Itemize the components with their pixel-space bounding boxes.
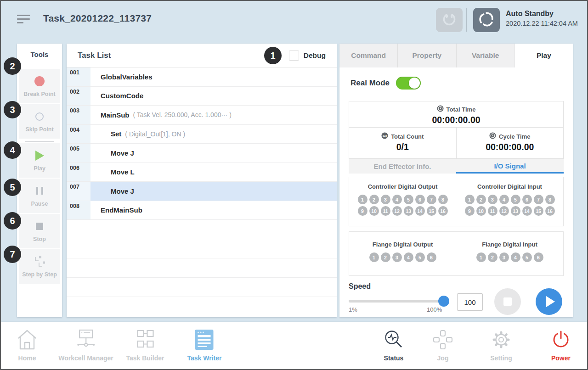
empty-task-row[interactable] xyxy=(67,278,337,297)
task-row[interactable]: 004Set( Digital_Out[1], ON ) xyxy=(67,125,337,144)
nav-item-jog[interactable]: Jog xyxy=(432,328,454,362)
io-signal-indicator[interactable]: 14 xyxy=(522,206,532,216)
io-signal-indicator[interactable]: 1 xyxy=(465,195,475,204)
debug-checkbox[interactable] xyxy=(289,50,299,61)
io-signal-indicator[interactable]: 3 xyxy=(499,252,509,262)
io-signal-indicator[interactable]: 5 xyxy=(522,252,532,262)
io-signal-indicator[interactable]: 5 xyxy=(404,195,413,204)
io-signal-indicator[interactable]: 4 xyxy=(511,252,520,262)
task-row[interactable]: 002CustomCode xyxy=(67,87,337,106)
nav-item-workcell-manager[interactable]: Workcell Manager xyxy=(58,328,113,362)
mode-status-button[interactable] xyxy=(473,8,500,32)
io-signal-indicator[interactable]: 2 xyxy=(369,195,379,204)
io-signal-indicator[interactable]: 12 xyxy=(392,206,402,216)
subtab-io-signal[interactable]: I/O Signal xyxy=(456,159,564,174)
nav-item-setting[interactable]: Setting xyxy=(490,328,512,362)
io-signal-indicator[interactable]: 1 xyxy=(358,195,368,204)
play-panel: CommandPropertyVariablePlay Real Mode To… xyxy=(339,44,573,317)
speed-slider-track[interactable] xyxy=(349,300,446,303)
tool-label: Break Point xyxy=(23,91,55,97)
io-signal-indicator[interactable]: 1 xyxy=(476,252,486,262)
empty-task-row[interactable] xyxy=(67,258,337,278)
io-signal-indicator[interactable]: 5 xyxy=(415,252,425,262)
io-signal-indicator[interactable]: 15 xyxy=(534,206,543,216)
row-body: EndMainSub xyxy=(90,201,337,220)
nav-item-task-writer[interactable]: Task Writer xyxy=(187,328,222,362)
io-signal-indicator[interactable]: 16 xyxy=(438,206,448,216)
io-signal-indicator[interactable]: 6 xyxy=(415,195,425,204)
nav-item-task-builder[interactable]: Task Builder xyxy=(126,328,164,362)
task-row[interactable]: 008EndMainSub xyxy=(67,201,337,220)
io-signal-indicator[interactable]: 12 xyxy=(499,206,509,216)
io-signal-indicator[interactable]: 4 xyxy=(392,195,402,204)
tool-break-point-button[interactable]: Break Point xyxy=(19,69,60,103)
tab-command[interactable]: Command xyxy=(339,44,397,67)
nav-label: Jog xyxy=(437,354,449,362)
io-group-label: Controller Digital Input xyxy=(456,183,563,190)
tool-stop-button[interactable]: Stop xyxy=(19,214,60,248)
task-row[interactable]: 003MainSub( Task Vel. 250.000, Acc. 1.00… xyxy=(67,106,337,125)
io-signal-indicator[interactable]: 6 xyxy=(522,195,532,204)
io-signal-indicator[interactable]: 7 xyxy=(534,195,543,204)
empty-task-row[interactable] xyxy=(67,220,337,239)
counter-icon: 123 xyxy=(381,132,388,140)
breakpoint-icon xyxy=(34,76,45,86)
io-signal-indicator[interactable]: 10 xyxy=(476,206,486,216)
io-signal-indicator[interactable]: 2 xyxy=(381,252,390,262)
debug-toggle[interactable]: Debug xyxy=(289,50,326,61)
tool-pause-button[interactable]: Pause xyxy=(19,179,60,213)
cycle-time-cell: Cycle Time 00:00:00.00 xyxy=(457,128,564,158)
task-row[interactable]: 007Move J xyxy=(67,182,337,201)
io-signal-indicator[interactable]: 8 xyxy=(438,195,448,204)
io-signal-indicator[interactable]: 8 xyxy=(545,195,555,204)
io-signal-indicator[interactable]: 13 xyxy=(511,206,520,216)
play-run-button[interactable] xyxy=(536,288,562,315)
nav-item-power[interactable]: Power xyxy=(550,328,572,362)
stop-run-button[interactable] xyxy=(494,288,521,315)
menu-icon[interactable] xyxy=(17,15,31,26)
speed-slider-knob[interactable] xyxy=(438,296,449,307)
io-signal-indicator[interactable]: 2 xyxy=(476,195,486,204)
row-body: Move L xyxy=(90,163,337,182)
io-signal-indicator[interactable]: 9 xyxy=(358,206,368,216)
io-signal-indicator[interactable]: 3 xyxy=(488,195,498,204)
io-signal-indicator[interactable]: 4 xyxy=(404,252,413,262)
io-signal-indicator[interactable]: 4 xyxy=(499,195,509,204)
io-signal-indicator[interactable]: 6 xyxy=(427,252,436,262)
task-row[interactable]: 005Move J xyxy=(67,144,337,163)
io-signal-indicator[interactable]: 1 xyxy=(369,252,379,262)
io-signal-indicator[interactable]: 7 xyxy=(427,195,436,204)
io-signal-indicator[interactable]: 14 xyxy=(415,206,425,216)
tool-step-by-step-button[interactable]: Step by Step xyxy=(19,249,60,284)
tool-play-button[interactable]: Play xyxy=(19,143,60,178)
io-signal-indicator[interactable]: 15 xyxy=(427,206,436,216)
nav-item-status[interactable]: Status xyxy=(383,328,405,362)
io-signal-indicator[interactable]: 2 xyxy=(488,252,498,262)
empty-task-row[interactable] xyxy=(67,239,337,258)
io-signal-rows: 123456 xyxy=(456,252,563,263)
real-mode-switch[interactable] xyxy=(396,77,421,90)
speed-value-input[interactable] xyxy=(457,293,483,311)
nav-item-home[interactable]: Home xyxy=(17,328,38,362)
io-signal-indicator[interactable]: 5 xyxy=(511,195,520,204)
empty-task-row[interactable] xyxy=(67,297,337,316)
tool-skip-point-button[interactable]: Skip Point xyxy=(19,104,60,139)
io-signal-indicator[interactable]: 3 xyxy=(392,252,402,262)
tab-property[interactable]: Property xyxy=(397,44,456,67)
nav-label: Task Writer xyxy=(187,354,222,362)
io-signal-indicator[interactable]: 11 xyxy=(381,206,390,216)
tab-variable[interactable]: Variable xyxy=(456,44,514,67)
task-row[interactable]: 006Move L xyxy=(67,163,337,182)
tool-label: Stop xyxy=(33,236,46,242)
io-signal-indicator[interactable]: 16 xyxy=(545,206,555,216)
io-signal-indicator[interactable]: 11 xyxy=(488,206,498,216)
task-row[interactable]: 001GlobalVariables xyxy=(67,67,337,87)
subtab-end-effector[interactable]: End Effector Info. xyxy=(349,159,456,174)
io-signal-indicator[interactable]: 13 xyxy=(404,206,413,216)
io-signal-indicator[interactable]: 10 xyxy=(369,206,379,216)
tab-play[interactable]: Play xyxy=(514,44,573,67)
io-signal-indicator[interactable]: 3 xyxy=(381,195,390,204)
io-signal-indicator[interactable]: 6 xyxy=(534,252,543,262)
robot-gripper-button[interactable] xyxy=(436,8,463,32)
io-signal-indicator[interactable]: 9 xyxy=(465,206,475,216)
